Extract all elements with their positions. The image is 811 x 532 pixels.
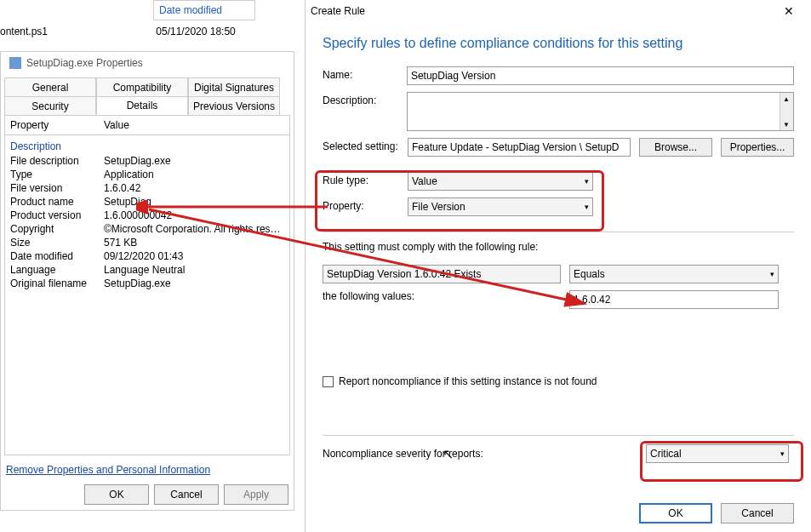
- prop-label: File version: [10, 182, 104, 194]
- prop-value: SetupDiag: [104, 196, 284, 208]
- prop-label: Original filename: [10, 277, 104, 289]
- prop-value: SetupDiag.exe: [104, 277, 284, 289]
- close-button[interactable]: ✕: [772, 2, 806, 20]
- prop-value: ©Microsoft Corporation. All rights reser…: [104, 223, 284, 235]
- col-property: Property: [10, 119, 104, 131]
- column-header-date[interactable]: Date modified: [153, 0, 255, 20]
- label-severity: Noncompliance severity for reports:: [323, 448, 646, 460]
- prop-value: Application: [104, 169, 284, 180]
- description-textarea[interactable]: ▲ ▼: [407, 92, 794, 131]
- tab-details[interactable]: Details: [96, 96, 188, 115]
- tab-compatibility[interactable]: Compatibility: [96, 77, 188, 96]
- col-value: Value: [104, 119, 129, 131]
- annotation-highlight: [315, 170, 604, 232]
- file-date-label: 05/11/2020 18:50: [156, 26, 235, 37]
- close-icon: ✕: [784, 4, 794, 18]
- prop-value: 09/12/2020 01:43: [104, 250, 284, 262]
- tab-digital-signatures[interactable]: Digital Signatures: [188, 77, 280, 96]
- report-noncompliance-checkbox[interactable]: Report noncompliance if this setting ins…: [323, 375, 794, 387]
- prop-value: 1.6.000000042: [104, 209, 284, 221]
- ok-button[interactable]: OK: [84, 484, 149, 505]
- details-panel: Property Value Description File descript…: [4, 115, 290, 455]
- remove-properties-link[interactable]: Remove Properties and Personal Informati…: [1, 455, 215, 484]
- label-selected-setting: Selected setting:: [323, 138, 408, 152]
- dialog-heading: Specify rules to define compliance condi…: [306, 22, 811, 66]
- scroll-up-icon[interactable]: ▲: [780, 93, 793, 105]
- checkbox-label: Report noncompliance if this setting ins…: [339, 375, 597, 387]
- cancel-button[interactable]: Cancel: [721, 503, 794, 523]
- tab-general[interactable]: General: [4, 77, 96, 96]
- prop-label: Copyright: [10, 223, 104, 235]
- value-input[interactable]: 1.6.0.42: [569, 290, 779, 309]
- label-name: Name:: [323, 66, 407, 81]
- ok-button[interactable]: OK: [639, 503, 712, 523]
- annotation-highlight: [640, 441, 803, 482]
- apply-button[interactable]: Apply: [224, 484, 288, 505]
- properties-window: SetupDiag.exe Properties General Compati…: [0, 51, 294, 511]
- operator-select[interactable]: Equals▾: [569, 265, 779, 283]
- prop-value: SetupDiag.exe: [104, 155, 284, 167]
- prop-value: 571 KB: [104, 237, 284, 249]
- checkbox-icon: [323, 376, 334, 387]
- cancel-button[interactable]: Cancel: [154, 484, 219, 505]
- rule-summary-field: SetupDiag Version 1.6.0.42 Exists: [323, 265, 561, 283]
- prop-value-file-version: 1.6.0.42: [104, 182, 284, 194]
- window-title: Create Rule: [311, 5, 365, 17]
- comply-text: This setting must comply with the follow…: [323, 241, 794, 253]
- prop-label: File description: [10, 155, 104, 167]
- browse-button[interactable]: Browse...: [639, 138, 712, 157]
- selected-setting-field: Feature Update - SetupDiag Version \ Set…: [408, 138, 631, 157]
- name-input[interactable]: SetupDiag Version: [407, 66, 794, 85]
- label-following-values: the following values:: [323, 290, 569, 302]
- app-icon: [9, 57, 21, 69]
- prop-label: Product name: [10, 196, 104, 208]
- prop-label: Language: [10, 264, 104, 276]
- prop-label: Product version: [10, 209, 104, 221]
- properties-button[interactable]: Properties...: [721, 138, 794, 157]
- prop-label: Type: [10, 169, 104, 180]
- label-description: Description:: [323, 92, 407, 106]
- tab-security[interactable]: Security: [4, 96, 96, 115]
- file-row[interactable]: ontent.ps1 05/11/2020 18:50: [0, 26, 236, 37]
- chevron-down-icon: ▾: [770, 270, 774, 278]
- prop-value: Language Neutral: [104, 264, 284, 276]
- tab-previous-versions[interactable]: Previous Versions: [188, 96, 280, 115]
- prop-label: Date modified: [10, 250, 104, 262]
- scroll-down-icon[interactable]: ▼: [780, 118, 793, 130]
- section-description: Description: [5, 135, 289, 154]
- file-name-label: ontent.ps1: [0, 26, 153, 37]
- prop-label: Size: [10, 237, 104, 249]
- properties-title: SetupDiag.exe Properties: [1, 52, 294, 74]
